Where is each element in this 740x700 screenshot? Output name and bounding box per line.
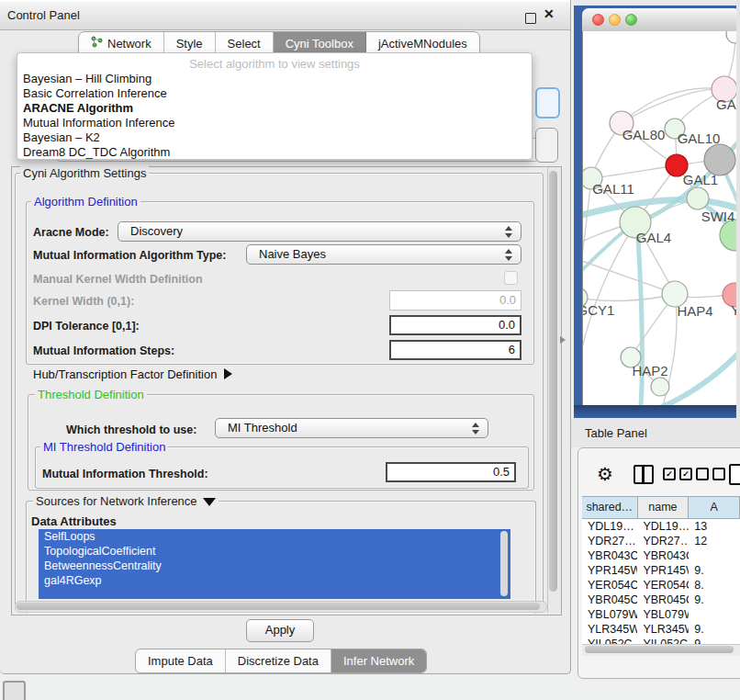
network-node[interactable] [651, 378, 669, 396]
table-cell: YDR27… [637, 534, 689, 548]
right-edge-strip [736, 0, 740, 418]
network-edge[interactable] [591, 165, 677, 178]
window-minimize-icon[interactable] [609, 14, 621, 26]
node-label-hap2: HAP2 [632, 363, 667, 378]
attributes-scrollbar-thumb[interactable] [500, 531, 508, 596]
window-zoom-icon[interactable] [625, 14, 637, 26]
tab-discretize-data[interactable]: Discretize Data [226, 649, 331, 672]
aracne-mode-select[interactable]: Discovery [118, 221, 521, 242]
aracne-mode-label: Aracne Mode: [33, 226, 109, 239]
secondary-button-partial[interactable] [535, 128, 558, 163]
which-threshold-select[interactable]: MI Threshold [215, 418, 488, 438]
algorithm-option[interactable]: Mutual Information Inference [23, 116, 526, 130]
sources-title-label: Sources for Network Inference [36, 494, 197, 508]
algorithm-definition-title: Algorithm Definition [31, 195, 140, 209]
table-hscrollbar-thumb[interactable] [585, 646, 734, 653]
column-header[interactable]: name [638, 497, 690, 518]
network-node[interactable] [687, 187, 709, 209]
table-cell: 8. [689, 578, 740, 593]
table-cell: YER054C [637, 578, 689, 593]
export-table-icon[interactable] [729, 464, 740, 485]
table-cell: YDR27… [582, 534, 637, 548]
corner-dock-button[interactable] [3, 681, 26, 700]
mi-threshold-label: Mutual Information Threshold: [42, 468, 208, 480]
gear-icon[interactable]: ⚙ [597, 465, 613, 483]
which-threshold-value: MI Threshold [228, 421, 297, 435]
window-close-icon[interactable] [592, 14, 604, 26]
table-row[interactable]: YBR043CYBR043C [582, 548, 740, 563]
network-edge[interactable] [583, 259, 675, 294]
mi-steps-input[interactable]: 6 [389, 340, 521, 360]
columns-icon[interactable] [633, 465, 654, 484]
node-label-gal4: GAL4 [636, 230, 671, 245]
node-table-body: YDL19…YDL19…13YDR27…YDR27…12YBR043CYBR04… [582, 519, 740, 651]
table-row[interactable]: YLR345WYLR345W9. [582, 622, 740, 637]
attribute-item[interactable]: TopologicalCoefficient [39, 544, 510, 559]
node-label-gal10: GAL10 [678, 130, 721, 146]
mi-type-select[interactable]: Naive Bayes [246, 244, 521, 265]
table-cell: YBR045C [582, 593, 637, 607]
table-cell: 9. [689, 593, 740, 607]
select-all-columns-icon[interactable]: ✓✓ [663, 468, 692, 480]
settings-scrollbar-thumb[interactable] [549, 171, 557, 592]
data-attributes-list[interactable]: SelfLoopsTopologicalCoefficientBetweenne… [39, 529, 510, 599]
node-table-header: shared…nameA [582, 496, 740, 519]
attribute-item[interactable]: SelfLoops [39, 529, 510, 544]
node-table[interactable]: shared…nameA YDL19…YDL19…13YDR27…YDR27…1… [582, 496, 740, 656]
network-edge[interactable] [622, 88, 724, 123]
network-node[interactable] [720, 220, 736, 251]
algorithm-option[interactable]: Bayesian – Hill Climbing [23, 72, 526, 86]
mi-type-label: Mutual Information Algorithm Type: [33, 249, 226, 262]
table-row[interactable]: YDL19…YDL19…13 [582, 519, 740, 534]
manual-kernel-checkbox[interactable] [504, 271, 518, 285]
expanded-arrow-icon [203, 498, 216, 506]
stepper-icon [472, 423, 480, 435]
table-row[interactable]: YDR27…YDR27…12 [582, 534, 740, 548]
hub-definition-toggle[interactable]: Hub/Transcription Factor Definition [33, 367, 232, 381]
table-cell: YLR345W [637, 622, 689, 637]
algorithm-option[interactable]: Dream8 DC_TDC Algorithm [23, 145, 526, 160]
mi-type-value: Naive Bayes [259, 247, 326, 261]
deselect-all-columns-icon[interactable] [696, 468, 725, 480]
network-node[interactable] [726, 31, 736, 43]
network-node[interactable] [704, 144, 735, 175]
network-window-titlebar[interactable] [582, 8, 740, 32]
table-row[interactable]: YER054CYER054C8. [582, 578, 740, 593]
table-cell: YDL19… [637, 519, 689, 534]
table-row[interactable]: YBR045CYBR045C9. [582, 593, 740, 607]
table-row[interactable]: YPR145WYPR145W9. [582, 563, 740, 578]
column-header[interactable]: A [689, 497, 740, 518]
splitter-collapse-icon[interactable] [560, 336, 566, 344]
kernel-width-input[interactable]: 0.0 [389, 290, 521, 310]
attribute-item[interactable]: gal4RGexp [39, 573, 510, 588]
table-cell: 13 [689, 519, 740, 534]
algorithm-option[interactable]: Basic Correlation Inference [23, 86, 526, 101]
algorithm-dropdown[interactable]: Select algorithm to view settings Bayesi… [17, 52, 533, 160]
table-cell: YBR045C [637, 593, 689, 607]
apply-button[interactable]: Apply [246, 619, 314, 642]
tab-impute-data[interactable]: Impute Data [136, 649, 226, 672]
close-panel-icon[interactable]: ✕ [544, 6, 555, 21]
dpi-tolerance-input[interactable]: 0.0 [389, 315, 521, 335]
table-cell: YBL079W [637, 607, 689, 622]
float-panel-icon[interactable] [525, 13, 536, 24]
refresh-button-partial[interactable] [535, 87, 560, 119]
algorithm-option[interactable]: Bayesian – K2 [23, 130, 526, 145]
tab-infer-network[interactable]: Infer Network [331, 649, 426, 672]
network-edge[interactable] [654, 352, 736, 405]
data-attributes-label: Data Attributes [31, 514, 117, 528]
attribute-item[interactable]: BetweennessCentrality [39, 559, 510, 573]
algorithm-option[interactable]: ARACNE Algorithm [23, 101, 526, 116]
sources-group-title[interactable]: Sources for Network Inference [33, 494, 219, 508]
control-panel-window: Control Panel ✕ NetworkStyleSelectCyni T… [0, 0, 571, 674]
network-canvas[interactable]: GALGAL80GAL10GAL1GAL11SWI4GAL4GCY1HAP4YH… [583, 31, 736, 405]
settings-hscrollbar-thumb[interactable] [17, 603, 540, 610]
mi-threshold-input[interactable]: 0.5 [386, 462, 516, 482]
kernel-width-label: Kernel Width (0,1): [33, 295, 134, 308]
node-label-gal11: GAL11 [592, 181, 634, 197]
table-cell: YBR043C [637, 548, 689, 563]
algorithm-list: Bayesian – Hill ClimbingBasic Correlatio… [23, 72, 526, 160]
column-header[interactable]: shared… [582, 497, 638, 518]
table-row[interactable]: YBL079WYBL079W [582, 607, 740, 622]
table-cell: YLR345W [582, 622, 637, 637]
